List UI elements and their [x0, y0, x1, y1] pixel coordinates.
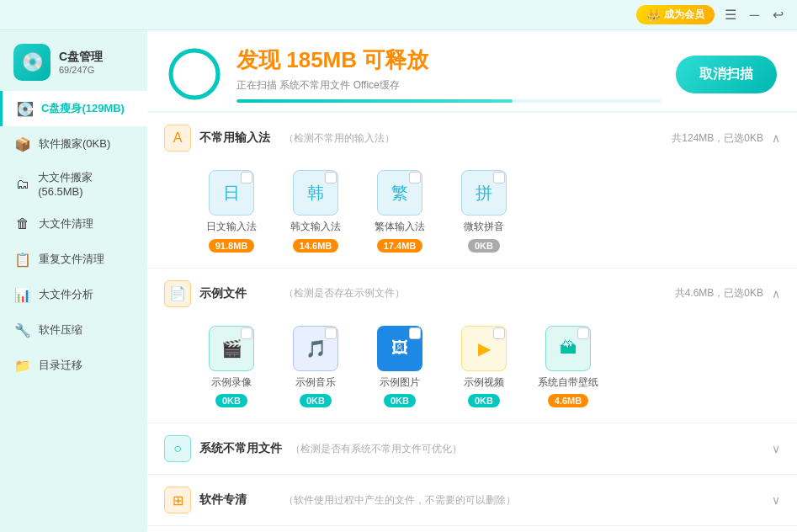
- file-name: 示例音乐: [295, 376, 336, 390]
- nav-label-large-analysis: 大文件分析: [39, 287, 93, 302]
- nav-label-large-move: 大文件搬家(56.5MB): [38, 170, 134, 198]
- main-layout: 💿 C盘管理 69/247G 💽 C盘瘦身(129MB) 📦 软件搬家(0KB)…: [0, 30, 797, 532]
- section-desc-soft-clean: （软件使用过程中产生的文件，不需要的可以删除）: [284, 493, 516, 508]
- file-name: 日文输入法: [206, 221, 257, 234]
- section-header-input-method[interactable]: A 不常用输入法 （检测不常用的输入法） 共124MB，已选0KB ∧: [147, 113, 797, 163]
- sidebar-item-soft-compress[interactable]: 🔧 软件压缩: [0, 312, 147, 348]
- file-icon-wrap: 韩: [293, 170, 338, 215]
- file-checkbox[interactable]: [241, 172, 252, 184]
- section-header-sample-files[interactable]: 📄 示例文件 （检测是否存在示例文件） 共4.6MB，已选0KB ∧: [147, 269, 797, 319]
- results-area[interactable]: A 不常用输入法 （检测不常用的输入法） 共124MB，已选0KB ∧ 日 日文…: [147, 113, 797, 532]
- nav-icon-dir-migrate: 📁: [13, 356, 32, 375]
- sidebar-item-large-move[interactable]: 🗂 大文件搬家(56.5MB): [0, 162, 147, 206]
- file-name: 微软拼音: [464, 221, 504, 234]
- svg-point-1: [171, 51, 218, 98]
- section-icon-input-method: A: [164, 125, 191, 152]
- file-checkbox[interactable]: [241, 327, 252, 339]
- chevron-sys-unused[interactable]: ∨: [772, 442, 780, 455]
- sidebar: 💿 C盘管理 69/247G 💽 C盘瘦身(129MB) 📦 软件搬家(0KB)…: [0, 30, 147, 532]
- file-checkbox[interactable]: [577, 327, 589, 339]
- nav-icon-large-analysis: 📊: [13, 285, 32, 304]
- sidebar-item-large-clean[interactable]: 🗑 大文件清理: [0, 206, 147, 242]
- chevron-sample-files[interactable]: ∧: [772, 287, 780, 301]
- file-size-badge: 0KB: [300, 394, 332, 407]
- vip-label: 成为会员: [664, 8, 704, 22]
- section-soft-clean: ⊞ 软件专清 （软件使用过程中产生的文件，不需要的可以删除） ∨: [147, 475, 797, 526]
- file-item-示例音乐[interactable]: 🎵 示例音乐 0KB: [282, 326, 349, 408]
- sidebar-item-large-analysis[interactable]: 📊 大文件分析: [0, 277, 147, 312]
- nav-label-large-clean: 大文件清理: [39, 216, 93, 231]
- nav-icon-large-move: 🗂: [13, 175, 31, 194]
- file-checkbox[interactable]: [493, 327, 505, 339]
- scan-progress-fill: [236, 99, 513, 103]
- file-item-微软拼音[interactable]: 拼 微软拼音 0KB: [450, 170, 518, 253]
- section-title-sample-files: 示例文件: [199, 286, 275, 301]
- section-right-input-method: 共124MB，已选0KB ∧: [672, 131, 780, 146]
- file-icon-wrap: 拼: [461, 170, 507, 215]
- file-item-示例视频[interactable]: ▶ 示例视频 0KB: [450, 326, 518, 408]
- file-name: 韩文输入法: [290, 221, 341, 234]
- file-item-繁体输入法[interactable]: 繁 繁体输入法 17.4MB: [366, 170, 433, 253]
- section-icon-soft-clean: ⊞: [164, 487, 191, 513]
- file-size-badge: 91.8MB: [209, 239, 255, 253]
- file-size-badge: 14.6MB: [293, 239, 339, 253]
- file-checkbox[interactable]: [493, 172, 505, 184]
- file-icon-wrap: ▶: [461, 326, 507, 371]
- file-size-badge: 0KB: [215, 394, 247, 407]
- file-size-badge: 0KB: [468, 239, 500, 253]
- section-icon-sys-unused: ○: [164, 435, 191, 462]
- nav-icon-large-clean: 🗑: [13, 215, 32, 233]
- scan-subtitle: 正在扫描 系统不常用文件 Office缓存: [236, 78, 661, 93]
- chevron-input-method[interactable]: ∧: [772, 131, 780, 145]
- section-right-sys-unused: ∨: [763, 442, 780, 455]
- sidebar-item-c-slim[interactable]: 💽 C盘瘦身(129MB): [0, 91, 147, 126]
- section-desc-sys-unused: （检测是否有系统不常用文件可优化）: [290, 442, 462, 456]
- section-header-soft-clean[interactable]: ⊞ 软件专清 （软件使用过程中产生的文件，不需要的可以删除） ∨: [147, 475, 797, 525]
- file-item-日文输入法[interactable]: 日 日文输入法 91.8MB: [198, 170, 265, 253]
- file-icon-wrap: 🖼: [377, 326, 422, 371]
- file-item-系统自带壁纸[interactable]: 🏔 系统自带壁纸 4.6MB: [534, 326, 602, 408]
- nav-icon-c-slim: 💽: [16, 99, 35, 118]
- file-checkbox[interactable]: [409, 327, 421, 339]
- sidebar-nav: 💽 C盘瘦身(129MB) 📦 软件搬家(0KB) 🗂 大文件搬家(56.5MB…: [0, 91, 147, 383]
- file-item-示例图片[interactable]: 🖼 示例图片 0KB: [366, 326, 433, 408]
- file-size-badge: 4.6MB: [548, 394, 588, 407]
- disk-sub: 69/247G: [59, 65, 103, 75]
- back-icon[interactable]: ↩: [769, 5, 787, 24]
- file-icon-wrap: 🎵: [293, 326, 338, 371]
- cancel-scan-button[interactable]: 取消扫描: [676, 56, 777, 93]
- chevron-soft-clean[interactable]: ∨: [772, 493, 780, 507]
- scan-highlight: 185MB: [286, 47, 357, 72]
- file-checkbox[interactable]: [409, 172, 421, 184]
- scan-prefix: 发现: [236, 47, 286, 72]
- nav-icon-soft-move: 📦: [13, 135, 32, 153]
- file-item-示例录像[interactable]: 🎬 示例录像 0KB: [198, 326, 265, 408]
- file-item-韩文输入法[interactable]: 韩 韩文输入法 14.6MB: [282, 170, 349, 253]
- disk-icon: 💿: [13, 44, 50, 81]
- scan-main-title: 发现 185MB 可释放: [236, 45, 661, 75]
- disk-info: C盘管理 69/247G: [59, 50, 103, 75]
- nav-icon-dup-clean: 📋: [13, 250, 32, 269]
- crown-icon: 👑: [646, 8, 661, 22]
- section-right-sample-files: 共4.6MB，已选0KB ∧: [675, 286, 780, 301]
- sidebar-item-dup-clean[interactable]: 📋 重复文件清理: [0, 242, 147, 277]
- content-area: 发现 185MB 可释放 正在扫描 系统不常用文件 Office缓存 取消扫描 …: [147, 30, 797, 532]
- section-title-soft-clean: 软件专清: [199, 492, 275, 508]
- minimize-icon[interactable]: ─: [747, 6, 762, 24]
- section-header-sys-unused[interactable]: ○ 系统不常用文件 （检测是否有系统不常用文件可优化） ∨: [147, 423, 797, 474]
- items-grid-input-method: 日 日文输入法 91.8MB 韩 韩文输入法 14.6MB 繁 繁体输入法 17: [147, 163, 797, 268]
- section-right-soft-clean: ∨: [763, 493, 780, 507]
- sidebar-item-dir-migrate[interactable]: 📁 目录迁移: [0, 348, 147, 383]
- vip-button[interactable]: 👑 成为会员: [636, 5, 715, 24]
- section-icon-sample-files: 📄: [164, 280, 191, 307]
- file-checkbox[interactable]: [325, 327, 337, 339]
- nav-label-soft-move: 软件搬家(0KB): [39, 136, 110, 152]
- menu-icon[interactable]: ☰: [721, 5, 740, 24]
- nav-label-c-slim: C盘瘦身(129MB): [41, 101, 125, 116]
- section-input-method: A 不常用输入法 （检测不常用的输入法） 共124MB，已选0KB ∧ 日 日文…: [147, 113, 797, 269]
- section-sys-unused: ○ 系统不常用文件 （检测是否有系统不常用文件可优化） ∨: [147, 423, 797, 475]
- file-name: 繁体输入法: [375, 221, 425, 234]
- file-checkbox[interactable]: [325, 172, 337, 184]
- file-name: 示例图片: [380, 376, 420, 390]
- sidebar-item-soft-move[interactable]: 📦 软件搬家(0KB): [0, 126, 147, 162]
